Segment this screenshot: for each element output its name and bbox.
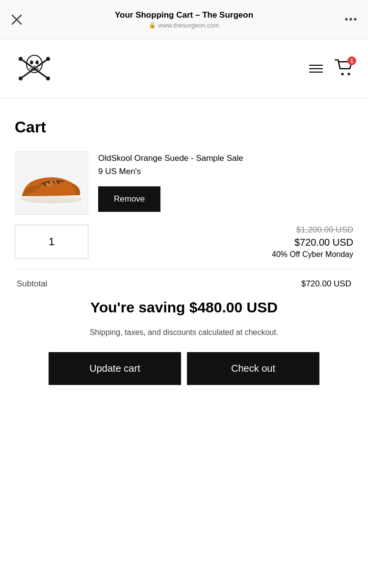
svg-point-24: [53, 181, 54, 183]
cart-badge: 1: [347, 56, 356, 65]
cart-heading: Cart: [15, 118, 353, 136]
svg-point-4: [35, 60, 38, 64]
price-area: $1,200.00 USD $720.00 USD 40% Off Cyber …: [272, 225, 353, 259]
savings-text: You're saving $480.00 USD: [15, 298, 353, 317]
svg-point-13: [46, 77, 50, 80]
svg-point-14: [342, 73, 344, 76]
subtotal-amount: $720.00 USD: [301, 279, 351, 289]
svg-point-25: [57, 181, 59, 183]
svg-point-12: [19, 57, 23, 61]
site-header: 1: [0, 39, 368, 99]
menu-line-1: [309, 65, 323, 66]
logo-image: [15, 49, 54, 88]
svg-point-3: [30, 60, 33, 64]
browser-chrome: Your Shopping Cart – The Surgeon 🔒 www.t…: [0, 0, 368, 39]
cart-item: OldSkool Orange Suede - Sample Sale 9 US…: [15, 151, 353, 215]
discount-label: 40% Off Cyber Monday: [272, 250, 353, 259]
subtotal-label: Subtotal: [17, 279, 47, 289]
page-title: Your Shopping Cart – The Surgeon: [26, 10, 342, 20]
remove-button[interactable]: Remove: [98, 186, 160, 212]
update-cart-button[interactable]: Update cart: [49, 352, 181, 385]
action-buttons: Update cart Check out: [15, 352, 353, 385]
product-variant: 9 US Men's: [98, 167, 353, 177]
close-button[interactable]: [8, 11, 26, 28]
subtotal-row: Subtotal $720.00 USD: [15, 279, 353, 289]
logo[interactable]: [15, 49, 54, 88]
url-display: www.thesurgeon.com: [158, 22, 219, 29]
shipping-note: Shipping, taxes, and discounts calculate…: [15, 327, 353, 338]
svg-point-10: [19, 77, 23, 80]
sale-price: $720.00 USD: [272, 237, 353, 248]
header-nav: 1: [309, 59, 353, 78]
more-options-button[interactable]: •••: [342, 14, 360, 25]
svg-point-11: [46, 57, 50, 61]
quantity-value: 1: [49, 235, 54, 248]
original-price: $1,200.00 USD: [272, 225, 353, 235]
menu-button[interactable]: [309, 65, 323, 73]
menu-line-3: [309, 72, 323, 73]
menu-line-2: [309, 68, 323, 69]
product-details: OldSkool Orange Suede - Sample Sale 9 US…: [98, 151, 353, 215]
quantity-display[interactable]: 1: [15, 225, 88, 259]
cart-button[interactable]: 1: [335, 59, 353, 78]
browser-title-area: Your Shopping Cart – The Surgeon 🔒 www.t…: [26, 10, 342, 29]
product-image: [15, 151, 88, 215]
svg-point-23: [48, 182, 50, 184]
svg-point-22: [44, 183, 46, 185]
main-content: Cart: [0, 99, 368, 400]
section-divider: [15, 269, 353, 269]
lock-icon: 🔒: [149, 22, 156, 28]
qty-price-row: 1 $1,200.00 USD $720.00 USD 40% Off Cybe…: [15, 225, 353, 259]
svg-point-21: [23, 198, 80, 203]
checkout-button[interactable]: Check out: [187, 352, 319, 385]
shoe-image: [17, 156, 86, 210]
product-name: OldSkool Orange Suede - Sample Sale: [98, 153, 353, 164]
svg-point-15: [348, 73, 350, 76]
